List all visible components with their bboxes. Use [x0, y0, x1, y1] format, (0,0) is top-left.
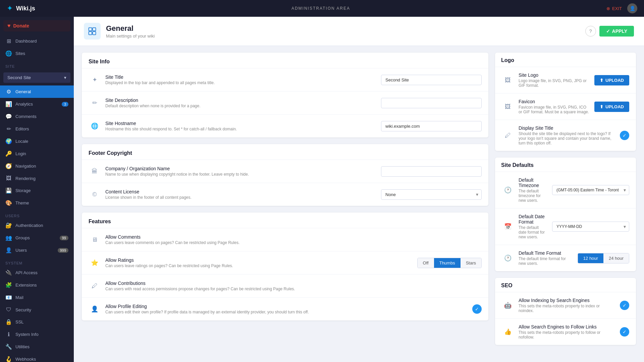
ratings-off-button[interactable]: Off	[418, 258, 434, 268]
sidebar-item-label: Extensions	[15, 283, 37, 288]
help-button[interactable]: ?	[585, 26, 596, 37]
sidebar-item-analytics[interactable]: 📊 Analytics 3	[0, 98, 74, 110]
site-description-input[interactable]	[381, 98, 482, 108]
timezone-select[interactable]: (GMT-05:00) Eastern Time - Toronto (GMT+…	[552, 185, 629, 195]
security-icon: 🛡	[5, 307, 12, 313]
edit-icon: ✏	[89, 97, 101, 109]
sidebar-item-sites[interactable]: 🌐 Sites	[0, 47, 74, 60]
sidebar-item-label: Sites	[15, 51, 25, 56]
sidebar-item-extensions[interactable]: 🧩 Extensions	[0, 279, 74, 291]
users-badge: 999	[58, 248, 68, 253]
sidebar-item-comments[interactable]: 💬 Comments	[0, 110, 74, 123]
features-title: Features	[82, 213, 488, 228]
favicon-info: Favicon Favicon image file, in SVG, PNG,…	[519, 99, 590, 114]
content-grid: Site Info ✦ Site Title Displayed in the …	[74, 46, 644, 358]
sidebar-item-theme[interactable]: 🎨 Theme	[0, 197, 74, 209]
sidebar-item-label: Groups	[15, 235, 30, 240]
sidebar-item-groups[interactable]: 👥 Groups 99	[0, 232, 74, 244]
site-logo-upload-button[interactable]: ⬆ UPLOAD	[594, 75, 629, 85]
sidebar-item-locale[interactable]: 🌍 Locale	[0, 135, 74, 147]
default-date-format-desc: The default date format for new users.	[519, 225, 547, 239]
sidebar-item-label: Webhooks	[15, 357, 36, 362]
site-hostname-row: 🌐 Site Hostname Hostname this site shoul…	[82, 115, 488, 137]
site-hostname-input[interactable]	[381, 121, 482, 131]
display-site-title-toggle[interactable]: ✓	[620, 131, 629, 140]
site-info-body: ✦ Site Title Displayed in the top bar an…	[82, 68, 488, 137]
content-license-control: None CC BY 4.0 CC BY-SA 4.0 CC BY-NC 4.0…	[381, 189, 482, 200]
sidebar-item-ssl[interactable]: 🔒 SSL	[0, 316, 74, 328]
logo-title: Logo	[495, 53, 636, 67]
site-logo-row: 🖼 Site Logo Logo image file, in SVG, PNG…	[495, 67, 636, 94]
content-license-select[interactable]: None CC BY 4.0 CC BY-SA 4.0 CC BY-NC 4.0…	[381, 189, 482, 200]
sidebar-item-label: Utilities	[15, 344, 30, 349]
site-desc-row: ✏ Site Description Default description w…	[82, 92, 488, 115]
sidebar-item-system-info[interactable]: ℹ System Info	[0, 328, 74, 341]
theme-icon: 🎨	[5, 200, 12, 206]
user-avatar[interactable]: 👤	[627, 3, 637, 13]
allow-follow-links-label: Allow Search Engines to Follow Links	[519, 324, 615, 329]
company-name-control	[381, 166, 482, 177]
footer-copyright-body: 🏛 Company / Organization Name Name to us…	[82, 160, 488, 206]
auth-icon: 🔐	[5, 222, 12, 229]
default-time-format-info: Default Time Format The default time for…	[519, 250, 573, 266]
company-name-input[interactable]	[381, 166, 482, 177]
site-selector[interactable]: Second Site ▾	[3, 72, 70, 83]
sidebar-item-storage[interactable]: 💾 Storage	[0, 184, 74, 197]
sidebar-item-webhooks[interactable]: 🪝 Webhooks	[0, 353, 74, 362]
topbar: ✦ Wiki.js ADMINISTRATION AREA ⊗ EXIT 👤	[0, 0, 644, 17]
sidebar-item-label: Login	[15, 151, 26, 156]
toggle-check-circle: ✓	[620, 327, 629, 337]
features-card: Features 🖥 Allow Comments Can users leav…	[82, 213, 488, 320]
star-rating-icon: ⭐	[89, 257, 101, 269]
sidebar-item-api-access[interactable]: 🔌 API Access	[0, 266, 74, 279]
sidebar-item-utilities[interactable]: 🔧 Utilities	[0, 341, 74, 353]
seo-body: 🤖 Allow Indexing by Search Engines This …	[495, 292, 636, 345]
sidebar-item-dashboard[interactable]: ⊞ Dashboard	[0, 35, 74, 47]
sidebar-item-mail[interactable]: 📧 Mail	[0, 291, 74, 304]
sidebar-item-label: API Access	[15, 270, 38, 275]
sidebar-item-users[interactable]: 👤 Users 999	[0, 244, 74, 256]
pen2-icon: 🖊	[502, 129, 514, 141]
allow-ratings-control: Off Thumbs Stars	[417, 258, 482, 268]
timezone-select-wrap: (GMT-05:00) Eastern Time - Toronto (GMT+…	[552, 185, 629, 195]
allow-ratings-info: Allow Ratings Can users leave ratings on…	[105, 257, 413, 268]
apply-button[interactable]: ✓ APPLY	[599, 26, 634, 37]
sidebar-item-navigation[interactable]: 🧭 Navigation	[0, 160, 74, 172]
sidebar-item-authentication[interactable]: 🔐 Authentication	[0, 219, 74, 232]
exit-button[interactable]: ⊗ EXIT	[606, 6, 622, 11]
date-format-select[interactable]: YYYY-MM-DD MM/DD/YYYY DD/MM/YYYY	[552, 222, 629, 232]
heart-icon: ♥	[7, 23, 11, 29]
sidebar-item-login[interactable]: 🔑 Login	[0, 147, 74, 160]
favicon-upload-button[interactable]: ⬆ UPLOAD	[594, 102, 629, 112]
donate-label: Donate	[13, 23, 29, 28]
12hour-button[interactable]: 12 hour	[578, 253, 603, 263]
ratings-thumbs-button[interactable]: Thumbs	[434, 258, 461, 268]
allow-indexing-toggle[interactable]: ✓	[620, 301, 629, 310]
allow-follow-links-toggle[interactable]: ✓	[620, 327, 629, 337]
site-info-card: Site Info ✦ Site Title Displayed in the …	[82, 53, 488, 137]
sidebar-item-general[interactable]: ⚙ General	[0, 85, 74, 98]
site-desc-label: Site Description	[105, 98, 376, 103]
main-content: General Main settings of your wiki ? ✓ A…	[74, 17, 644, 362]
site-hostname-label: Site Hostname	[105, 121, 376, 126]
24hour-button[interactable]: 24 hour	[603, 253, 629, 263]
sidebar-item-rendering[interactable]: 🖼 Rendering	[0, 172, 74, 184]
site-selector-label: Second Site	[7, 75, 31, 80]
sidebar-item-editors[interactable]: ✏ Editors	[0, 123, 74, 135]
calendar-icon: 📅	[502, 221, 514, 233]
content-license-desc: License shown in the footer of all conte…	[105, 195, 376, 200]
left-column: Site Info ✦ Site Title Displayed in the …	[82, 53, 488, 352]
site-title-input[interactable]	[381, 75, 482, 85]
toggle-check-circle: ✓	[620, 131, 629, 140]
ratings-stars-button[interactable]: Stars	[461, 258, 481, 268]
copyright-icon: ©	[89, 188, 101, 200]
general-icon: ⚙	[5, 88, 12, 95]
donate-button[interactable]: ♥ Donate	[3, 20, 70, 32]
sidebar-item-security[interactable]: 🛡 Security	[0, 304, 74, 316]
mail-icon: 📧	[5, 294, 12, 301]
display-site-title-label: Display Site Title	[519, 125, 615, 131]
topbar-right: ⊗ EXIT 👤	[606, 3, 637, 13]
clock-icon: 🕐	[502, 252, 514, 264]
allow-ratings-label: Allow Ratings	[105, 257, 413, 263]
allow-profile-editing-toggle[interactable]: ✓	[472, 304, 482, 314]
